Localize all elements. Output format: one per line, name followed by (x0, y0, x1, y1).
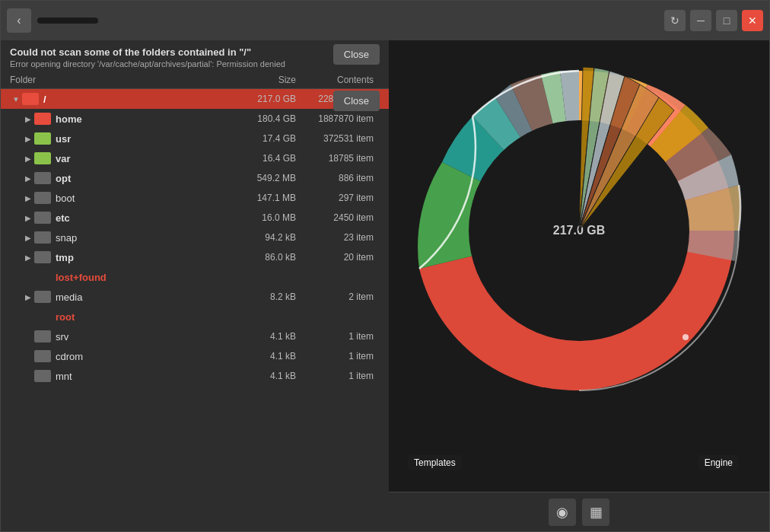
file-size: 8.2 kB (235, 291, 296, 302)
warning-detail: Error opening directory '/var/cache/apt/… (10, 59, 380, 68)
file-contents: 2 item (296, 291, 380, 302)
expand-arrow[interactable]: ▶ (22, 214, 34, 222)
folder-name: usr (56, 133, 235, 145)
folder-name: home (56, 113, 235, 125)
close-scan-button[interactable]: Close (333, 91, 380, 111)
file-size: 4.1 kB (235, 331, 296, 342)
engine-tooltip: Engine (698, 455, 739, 470)
list-item[interactable]: srv 4.1 kB 1 item (1, 327, 389, 346)
templates-tooltip: Templates (408, 455, 462, 470)
file-size: 217.0 GB (235, 94, 296, 104)
list-item[interactable]: ▶ var 16.4 GB 18785 item (1, 148, 389, 168)
list-item[interactable]: ▶ home 180.4 GB 1887870 item (1, 109, 389, 129)
folder-name: root (56, 311, 235, 323)
warning-bar: Could not scan some of the folders conta… (1, 40, 389, 72)
list-item[interactable]: lost+found (1, 267, 389, 287)
refresh-button[interactable]: ↻ (664, 10, 686, 31)
list-item[interactable]: ▶ boot 147.1 MB 297 item (1, 188, 389, 208)
svg-point-5 (682, 334, 689, 340)
folder-header: Folder (10, 75, 235, 85)
file-contents: 372531 item (296, 133, 380, 144)
expand-arrow[interactable]: ▶ (22, 135, 34, 143)
file-contents: 23 item (296, 232, 380, 243)
file-size: 86.0 kB (235, 252, 296, 263)
list-item[interactable]: mnt 4.1 kB 1 item (1, 366, 389, 386)
file-size: 180.4 GB (235, 113, 296, 124)
content-area: Could not scan some of the folders conta… (1, 40, 769, 531)
chart-area[interactable]: 217.0 GB (389, 40, 769, 492)
expand-arrow[interactable]: ▶ (22, 194, 34, 202)
file-contents: 1887870 item (296, 113, 380, 124)
list-item[interactable]: ▶ media 8.2 kB 2 item (1, 287, 389, 307)
folder-name: lost+found (56, 272, 235, 283)
right-panel: 217.0 GB (389, 40, 769, 531)
file-contents: 20 item (296, 252, 380, 263)
file-contents: 1 item (296, 371, 380, 381)
folder-name: cdrom (56, 351, 235, 362)
file-size: 16.0 MB (235, 212, 296, 223)
expand-arrow[interactable]: ▶ (22, 155, 34, 163)
file-contents: 297 item (296, 193, 380, 203)
list-item[interactable]: root (1, 307, 389, 327)
close-panel-button[interactable]: Close (333, 44, 380, 65)
folder-name: boot (56, 193, 235, 204)
expand-arrow[interactable]: ▶ (22, 293, 34, 301)
back-button[interactable]: ‹ (7, 8, 31, 33)
minimize-button[interactable]: ─ (690, 10, 711, 31)
titlebar-right: ↻ ─ □ ✕ (664, 10, 763, 31)
folder-name: opt (56, 173, 235, 184)
maximize-button[interactable]: □ (716, 10, 737, 31)
file-contents: 1 item (296, 331, 380, 342)
file-contents: 18785 item (296, 153, 380, 164)
titlebar-left: ‹ (7, 8, 98, 33)
list-item[interactable]: ▶ opt 549.2 MB 886 item (1, 168, 389, 188)
file-size: 16.4 GB (235, 153, 296, 164)
window-close-button[interactable]: ✕ (742, 10, 763, 31)
titlebar: ‹ ↻ ─ □ ✕ (1, 1, 769, 40)
donut-chart: 217.0 GB (389, 40, 769, 413)
contents-header: Contents (296, 75, 380, 85)
folder-name: tmp (56, 252, 235, 263)
file-contents: 886 item (296, 173, 380, 183)
expand-arrow[interactable]: ▶ (22, 253, 34, 262)
left-panel: Could not scan some of the folders conta… (1, 40, 389, 531)
folder-name: / (43, 94, 235, 105)
file-size: 17.4 GB (235, 133, 296, 144)
list-item[interactable]: ▶ etc 16.0 MB 2450 item (1, 208, 389, 228)
list-item[interactable]: ▶ snap 94.2 kB 23 item (1, 228, 389, 247)
list-item[interactable]: cdrom 4.1 kB 1 item (1, 346, 389, 366)
file-size: 4.1 kB (235, 351, 296, 362)
file-contents: 1 item (296, 351, 380, 362)
list-item[interactable]: ▶ tmp 86.0 kB 20 item (1, 247, 389, 267)
size-header: Size (235, 75, 296, 85)
file-contents: 2450 item (296, 212, 380, 223)
folder-name: mnt (56, 371, 235, 382)
file-size: 4.1 kB (235, 371, 296, 381)
folder-name: media (56, 291, 235, 303)
treemap-view-button[interactable]: ▦ (582, 499, 609, 526)
bottom-toolbar: ◉ ▦ (389, 492, 769, 531)
folder-name: srv (56, 331, 235, 342)
window-title (37, 18, 98, 24)
expand-arrow[interactable]: ▶ (22, 115, 34, 123)
file-size: 147.1 MB (235, 193, 296, 203)
file-size: 549.2 MB (235, 173, 296, 183)
expand-arrow[interactable]: ▶ (22, 174, 34, 183)
main-window: ‹ ↻ ─ □ ✕ Could not scan some of the fol… (0, 0, 770, 532)
expand-arrow[interactable]: ▼ (10, 95, 22, 104)
folder-name: snap (56, 232, 235, 244)
table-header: Folder Size Contents (1, 72, 389, 89)
list-item[interactable]: ▶ usr 17.4 GB 372531 item (1, 129, 389, 148)
file-size: 94.2 kB (235, 232, 296, 243)
folder-name: etc (56, 212, 235, 224)
expand-arrow[interactable]: ▶ (22, 234, 34, 242)
file-list: ▼ / 217.0 GB 2282871 item ▶ home 180.4 G… (1, 89, 389, 531)
list-item[interactable]: ▼ / 217.0 GB 2282871 item (1, 89, 389, 109)
chart-wrapper: 217.0 GB (389, 40, 769, 492)
warning-title: Could not scan some of the folders conta… (10, 46, 380, 58)
folder-name: var (56, 153, 235, 164)
donut-view-button[interactable]: ◉ (549, 499, 576, 526)
